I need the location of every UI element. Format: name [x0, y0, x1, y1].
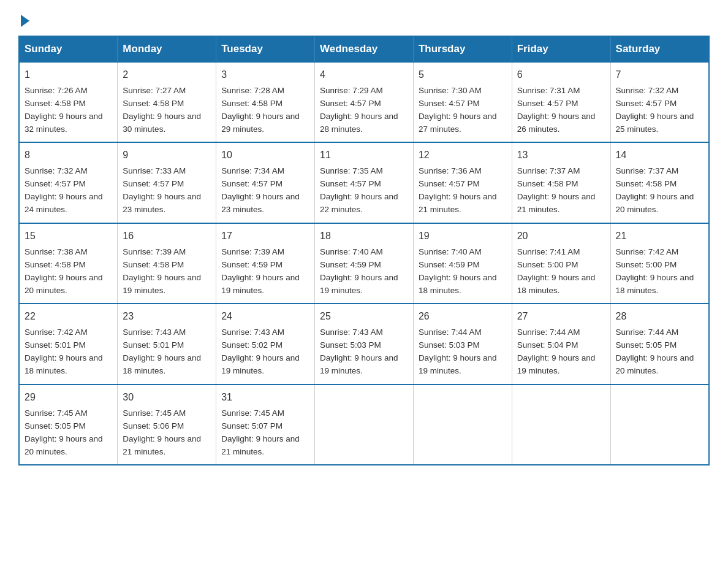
sunset-text: Sunset: 4:58 PM	[25, 99, 86, 108]
sunrise-text: Sunrise: 7:37 AM	[517, 166, 580, 175]
weekday-header-row: SundayMondayTuesdayWednesdayThursdayFrid…	[19, 36, 709, 62]
daylight-text: Daylight: 9 hours and 30 minutes.	[123, 112, 201, 134]
calendar-cell: 1Sunrise: 7:26 AMSunset: 4:58 PMDaylight…	[19, 62, 118, 142]
calendar-cell: 29Sunrise: 7:45 AMSunset: 5:05 PMDayligh…	[19, 385, 118, 465]
logo	[18, 12, 29, 25]
calendar-cell: 4Sunrise: 7:29 AMSunset: 4:57 PMDaylight…	[315, 62, 414, 142]
sunrise-text: Sunrise: 7:40 AM	[419, 247, 482, 256]
sunrise-text: Sunrise: 7:43 AM	[221, 327, 284, 337]
daylight-text: Daylight: 9 hours and 19 minutes.	[419, 353, 497, 375]
daylight-text: Daylight: 9 hours and 21 minutes.	[123, 434, 201, 456]
daylight-text: Daylight: 9 hours and 18 minutes.	[616, 273, 694, 295]
sunrise-text: Sunrise: 7:38 AM	[25, 247, 88, 256]
sunrise-text: Sunrise: 7:45 AM	[25, 408, 88, 418]
calendar-cell: 8Sunrise: 7:32 AMSunset: 4:57 PMDaylight…	[19, 142, 118, 223]
weekday-monday: Monday	[118, 36, 216, 62]
weekday-saturday: Saturday	[610, 36, 709, 62]
sunset-text: Sunset: 4:57 PM	[123, 179, 184, 188]
sunrise-text: Sunrise: 7:42 AM	[25, 327, 88, 337]
sunrise-text: Sunrise: 7:44 AM	[419, 327, 482, 337]
day-number: 25	[320, 309, 408, 324]
daylight-text: Daylight: 9 hours and 21 minutes.	[517, 192, 596, 214]
sunset-text: Sunset: 4:58 PM	[221, 99, 282, 108]
daylight-text: Daylight: 9 hours and 19 minutes.	[221, 353, 300, 375]
sunset-text: Sunset: 5:07 PM	[221, 421, 282, 431]
sunrise-text: Sunrise: 7:44 AM	[517, 327, 580, 337]
daylight-text: Daylight: 9 hours and 19 minutes.	[123, 273, 201, 295]
sunset-text: Sunset: 4:58 PM	[616, 179, 677, 188]
day-number: 1	[25, 67, 112, 83]
calendar-table: SundayMondayTuesdayWednesdayThursdayFrid…	[18, 36, 710, 465]
sunrise-text: Sunrise: 7:28 AM	[221, 86, 284, 95]
sunset-text: Sunset: 4:57 PM	[320, 99, 381, 108]
day-number: 4	[320, 67, 408, 83]
calendar-cell: 19Sunrise: 7:40 AMSunset: 4:59 PMDayligh…	[413, 223, 512, 304]
sunrise-text: Sunrise: 7:37 AM	[616, 166, 679, 175]
day-number: 24	[221, 309, 309, 324]
daylight-text: Daylight: 9 hours and 21 minutes.	[221, 434, 300, 456]
day-number: 10	[221, 148, 309, 163]
sunset-text: Sunset: 5:05 PM	[25, 421, 86, 431]
day-number: 13	[517, 148, 605, 163]
sunrise-text: Sunrise: 7:34 AM	[221, 166, 284, 175]
sunset-text: Sunset: 4:58 PM	[517, 179, 578, 188]
daylight-text: Daylight: 9 hours and 19 minutes.	[517, 353, 596, 375]
daylight-text: Daylight: 9 hours and 29 minutes.	[221, 112, 300, 134]
calendar-cell: 26Sunrise: 7:44 AMSunset: 5:03 PMDayligh…	[413, 304, 512, 384]
sunrise-text: Sunrise: 7:39 AM	[123, 247, 186, 256]
calendar-cell	[610, 385, 709, 465]
daylight-text: Daylight: 9 hours and 23 minutes.	[221, 192, 300, 214]
calendar-cell: 9Sunrise: 7:33 AMSunset: 4:57 PMDaylight…	[118, 142, 216, 223]
calendar-cell: 22Sunrise: 7:42 AMSunset: 5:01 PMDayligh…	[19, 304, 118, 384]
calendar-week-2: 8Sunrise: 7:32 AMSunset: 4:57 PMDaylight…	[19, 142, 709, 223]
calendar-cell: 27Sunrise: 7:44 AMSunset: 5:04 PMDayligh…	[512, 304, 610, 384]
day-number: 9	[123, 148, 211, 163]
sunset-text: Sunset: 4:57 PM	[616, 99, 677, 108]
sunset-text: Sunset: 5:04 PM	[517, 340, 578, 350]
day-number: 21	[616, 229, 703, 244]
calendar-body: 1Sunrise: 7:26 AMSunset: 4:58 PMDaylight…	[19, 62, 709, 465]
calendar-cell: 5Sunrise: 7:30 AMSunset: 4:57 PMDaylight…	[413, 62, 512, 142]
calendar-cell: 18Sunrise: 7:40 AMSunset: 4:59 PMDayligh…	[315, 223, 414, 304]
daylight-text: Daylight: 9 hours and 26 minutes.	[517, 112, 596, 134]
day-number: 15	[25, 229, 112, 244]
sunrise-text: Sunrise: 7:27 AM	[123, 86, 186, 95]
calendar-cell: 11Sunrise: 7:35 AMSunset: 4:57 PMDayligh…	[315, 142, 414, 223]
sunset-text: Sunset: 4:57 PM	[517, 99, 578, 108]
day-number: 11	[320, 148, 408, 163]
day-number: 7	[616, 67, 703, 83]
daylight-text: Daylight: 9 hours and 18 minutes.	[123, 353, 201, 375]
daylight-text: Daylight: 9 hours and 20 minutes.	[616, 192, 694, 214]
calendar-cell: 28Sunrise: 7:44 AMSunset: 5:05 PMDayligh…	[610, 304, 709, 384]
day-number: 2	[123, 67, 211, 83]
day-number: 26	[419, 309, 507, 324]
calendar-cell: 15Sunrise: 7:38 AMSunset: 4:58 PMDayligh…	[19, 223, 118, 304]
calendar-cell: 10Sunrise: 7:34 AMSunset: 4:57 PMDayligh…	[216, 142, 315, 223]
sunrise-text: Sunrise: 7:26 AM	[25, 86, 88, 95]
day-number: 23	[123, 309, 211, 324]
calendar-cell	[315, 385, 414, 465]
sunset-text: Sunset: 4:59 PM	[221, 260, 282, 269]
sunrise-text: Sunrise: 7:36 AM	[419, 166, 482, 175]
day-number: 19	[419, 229, 507, 244]
day-number: 22	[25, 309, 112, 324]
calendar-cell: 25Sunrise: 7:43 AMSunset: 5:03 PMDayligh…	[315, 304, 414, 384]
daylight-text: Daylight: 9 hours and 24 minutes.	[25, 192, 103, 214]
weekday-wednesday: Wednesday	[315, 36, 414, 62]
daylight-text: Daylight: 9 hours and 28 minutes.	[320, 112, 398, 134]
sunrise-text: Sunrise: 7:45 AM	[123, 408, 186, 418]
calendar-header: SundayMondayTuesdayWednesdayThursdayFrid…	[19, 36, 709, 62]
calendar-cell: 21Sunrise: 7:42 AMSunset: 5:00 PMDayligh…	[610, 223, 709, 304]
daylight-text: Daylight: 9 hours and 25 minutes.	[616, 112, 694, 134]
day-number: 6	[517, 67, 605, 83]
day-number: 20	[517, 229, 605, 244]
sunset-text: Sunset: 5:06 PM	[123, 421, 184, 431]
sunrise-text: Sunrise: 7:35 AM	[320, 166, 383, 175]
sunset-text: Sunset: 4:57 PM	[221, 179, 282, 188]
sunrise-text: Sunrise: 7:29 AM	[320, 86, 383, 95]
calendar-cell: 3Sunrise: 7:28 AMSunset: 4:58 PMDaylight…	[216, 62, 315, 142]
daylight-text: Daylight: 9 hours and 22 minutes.	[320, 192, 398, 214]
sunset-text: Sunset: 4:57 PM	[320, 179, 381, 188]
sunset-text: Sunset: 5:01 PM	[25, 340, 86, 350]
sunset-text: Sunset: 4:57 PM	[419, 179, 480, 188]
